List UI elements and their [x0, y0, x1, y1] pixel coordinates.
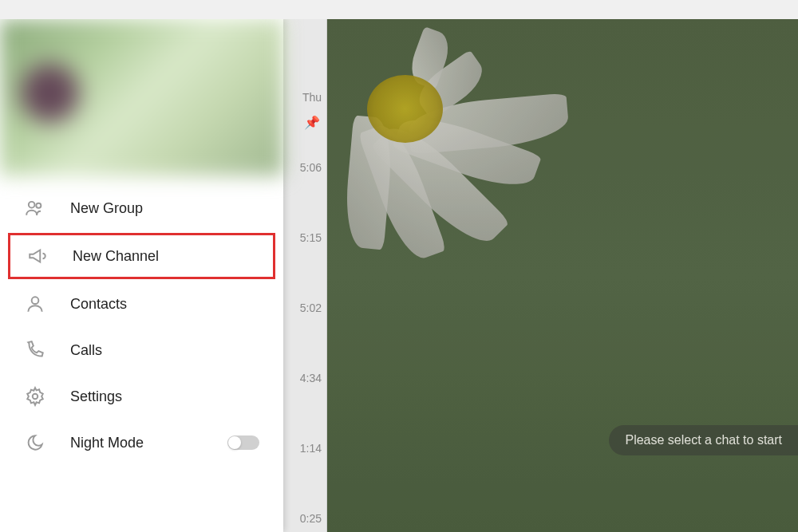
chat-time: 5:15	[300, 231, 322, 244]
chat-time: 0:25	[300, 512, 322, 525]
svg-point-3	[33, 394, 38, 400]
group-icon	[24, 197, 46, 219]
menu-label: Night Mode	[70, 435, 144, 451]
svg-point-0	[29, 202, 35, 208]
chat-main-area: Please select a chat to start	[327, 19, 798, 532]
hamburger-menu-panel: New Group New Channel	[0, 19, 283, 532]
menu-item-night-mode[interactable]: Night Mode	[0, 420, 283, 466]
menu-list: New Group New Channel	[0, 175, 283, 475]
chat-time: 5:06	[300, 161, 322, 174]
menu-label: Contacts	[70, 296, 127, 313]
svg-point-2	[32, 297, 39, 304]
megaphone-icon	[26, 245, 49, 267]
menu-label: Calls	[70, 342, 102, 359]
phone-icon	[24, 339, 46, 361]
window-top-bar	[0, 0, 798, 19]
pin-icon: 📌	[304, 115, 320, 130]
chat-list-sidebar: Thu 📌 5:06 5:15 5:02 4:34 1:14 0:25	[283, 19, 327, 532]
menu-label: Settings	[70, 388, 122, 405]
svg-point-1	[36, 203, 41, 208]
menu-item-settings[interactable]: Settings	[0, 373, 283, 420]
gear-icon	[24, 385, 46, 408]
toggle-knob	[228, 436, 241, 449]
chat-time: 4:34	[300, 372, 322, 384]
moon-icon	[24, 432, 46, 454]
menu-item-new-channel[interactable]: New Channel	[8, 233, 275, 279]
chat-day-label: Thu	[302, 91, 322, 104]
night-mode-toggle[interactable]	[227, 435, 259, 450]
chat-time: 1:14	[300, 442, 322, 455]
menu-label: New Group	[70, 200, 143, 217]
user-avatar[interactable]	[20, 63, 80, 123]
menu-label: New Channel	[73, 248, 159, 265]
chat-time: 5:02	[300, 301, 322, 314]
menu-item-new-group[interactable]: New Group	[0, 185, 283, 231]
person-icon	[24, 293, 46, 315]
menu-item-contacts[interactable]: Contacts	[0, 281, 283, 327]
menu-item-calls[interactable]: Calls	[0, 327, 283, 373]
select-chat-prompt: Please select a chat to start	[609, 425, 798, 455]
profile-header[interactable]	[0, 19, 283, 175]
